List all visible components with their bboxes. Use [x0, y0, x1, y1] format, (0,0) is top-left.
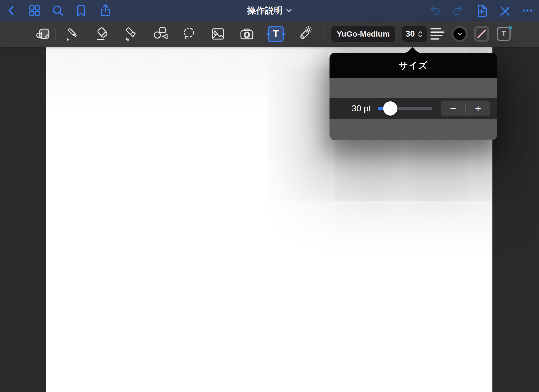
font-family-value: YuGo-Medium: [337, 29, 390, 38]
pen-tool-button[interactable]: [64, 24, 83, 43]
text-color-button[interactable]: [451, 26, 468, 42]
add-page-button[interactable]: [474, 3, 489, 18]
size-popover: サイズ 30 pt − +: [330, 53, 497, 140]
text-tool-selected-chip: T: [268, 26, 284, 42]
view-mode-button[interactable]: [34, 24, 53, 43]
size-value-label: 30 pt: [352, 103, 373, 113]
color-chevron-down-icon: [457, 33, 462, 36]
favorite-text-style-button[interactable]: T ♥: [497, 27, 511, 41]
align-left-icon: [430, 28, 445, 40]
lasso-tool-button[interactable]: [179, 24, 198, 43]
redo-icon: [451, 3, 465, 18]
slider-thumb[interactable]: [383, 101, 397, 116]
popover-band-bottom: [330, 119, 497, 140]
size-increase-button[interactable]: +: [466, 101, 490, 116]
view-mode-icon: [35, 25, 52, 43]
tool-toolbar: T YuGo-Medium 30 T ♥: [0, 21, 539, 47]
stylus-mode-button[interactable]: [497, 3, 512, 18]
eraser-tool-button[interactable]: [93, 24, 112, 43]
chevron-down-icon: [286, 9, 292, 13]
shapes-icon: [151, 25, 169, 43]
undo-button[interactable]: [427, 3, 442, 18]
diagonal-stroke-icon: [476, 28, 487, 40]
lasso-icon: [180, 25, 198, 43]
highlighter-tool-button[interactable]: [122, 24, 141, 43]
toolbar-divider: [55, 28, 56, 40]
shapes-tool-button[interactable]: [151, 24, 169, 43]
text-align-button[interactable]: [428, 24, 447, 43]
popover-band-top: [330, 78, 497, 98]
highlighter-icon: [123, 25, 140, 43]
heart-icon: ♥: [508, 24, 513, 32]
size-stepper: − +: [441, 101, 490, 116]
add-page-icon: [474, 3, 489, 18]
size-slider[interactable]: [378, 101, 432, 116]
navbar: 操作説明: [0, 0, 539, 21]
undo-icon: [427, 3, 442, 18]
redo-button[interactable]: [451, 3, 465, 18]
style-T-glyph: T: [498, 28, 510, 40]
camera-tool-button[interactable]: [237, 24, 256, 43]
eraser-icon: [94, 25, 111, 43]
page-title: 操作説明: [247, 5, 283, 17]
up-down-chevrons-icon: [417, 31, 423, 38]
text-tool-glyph: T: [273, 29, 279, 39]
camera-icon: [238, 25, 256, 43]
popover-title: サイズ: [399, 59, 428, 72]
size-control-row: 30 pt − +: [330, 98, 497, 119]
laser-pointer-tool-button[interactable]: [295, 24, 314, 43]
font-size-button[interactable]: 30: [402, 26, 427, 42]
ellipsis-icon: [520, 3, 535, 18]
text-box-border-button[interactable]: [474, 26, 489, 42]
font-size-value: 30: [406, 29, 415, 39]
toolbar-divider: [324, 28, 325, 40]
laser-pointer-icon: [296, 25, 313, 43]
popover-header: サイズ: [330, 53, 497, 78]
more-button[interactable]: [520, 3, 535, 18]
pen-icon: [64, 25, 82, 43]
stylus-and-pen-icon: [497, 3, 512, 18]
popover-arrow: [404, 47, 421, 53]
text-tool-button[interactable]: T: [266, 24, 285, 43]
image-tool-button[interactable]: [208, 24, 227, 43]
image-icon: [209, 25, 227, 43]
size-decrease-button[interactable]: −: [441, 101, 465, 116]
font-family-button[interactable]: YuGo-Medium: [331, 26, 395, 42]
